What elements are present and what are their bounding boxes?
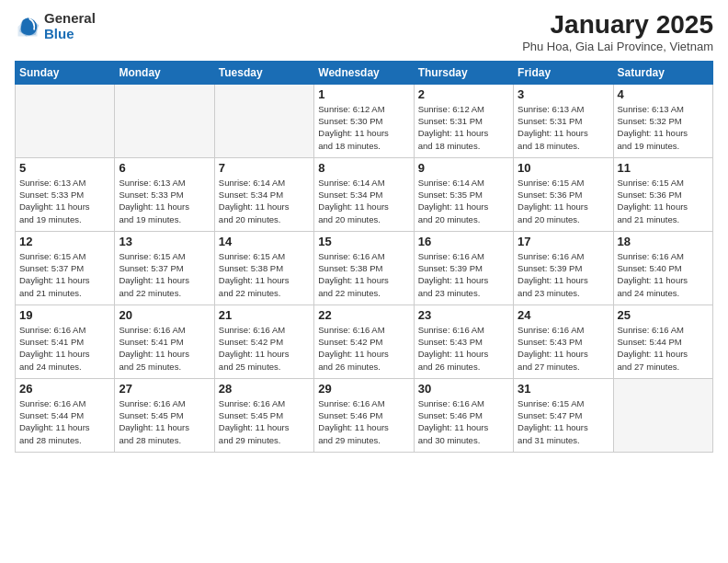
logo-blue: Blue bbox=[44, 27, 96, 42]
day-info: Sunrise: 6:13 AM Sunset: 5:32 PM Dayligh… bbox=[618, 103, 709, 152]
weekday-header-row: SundayMondayTuesdayWednesdayThursdayFrid… bbox=[16, 61, 713, 84]
day-number: 7 bbox=[219, 161, 310, 175]
day-number: 17 bbox=[518, 235, 609, 248]
day-number: 1 bbox=[318, 87, 409, 101]
day-info: Sunrise: 6:15 AM Sunset: 5:38 PM Dayligh… bbox=[219, 250, 310, 299]
weekday-header-friday: Friday bbox=[514, 61, 613, 84]
empty-cell bbox=[613, 378, 712, 452]
title-block: January 2025 Phu Hoa, Gia Lai Province, … bbox=[522, 11, 713, 53]
calendar-table: SundayMondayTuesdayWednesdayThursdayFrid… bbox=[15, 61, 713, 453]
day-cell-9: 9Sunrise: 6:14 AM Sunset: 5:35 PM Daylig… bbox=[414, 157, 513, 231]
day-number: 11 bbox=[618, 161, 709, 175]
day-info: Sunrise: 6:16 AM Sunset: 5:43 PM Dayligh… bbox=[418, 324, 509, 373]
day-cell-8: 8Sunrise: 6:14 AM Sunset: 5:34 PM Daylig… bbox=[314, 157, 414, 231]
calendar-body: 1Sunrise: 6:12 AM Sunset: 5:30 PM Daylig… bbox=[16, 84, 713, 452]
day-cell-4: 4Sunrise: 6:13 AM Sunset: 5:32 PM Daylig… bbox=[613, 84, 712, 157]
day-number: 18 bbox=[618, 235, 709, 248]
day-info: Sunrise: 6:16 AM Sunset: 5:40 PM Dayligh… bbox=[618, 250, 709, 299]
day-number: 24 bbox=[518, 308, 609, 322]
day-cell-26: 26Sunrise: 6:16 AM Sunset: 5:44 PM Dayli… bbox=[16, 378, 115, 452]
day-info: Sunrise: 6:13 AM Sunset: 5:33 PM Dayligh… bbox=[19, 177, 110, 225]
weekday-header-thursday: Thursday bbox=[414, 61, 513, 84]
day-info: Sunrise: 6:15 AM Sunset: 5:36 PM Dayligh… bbox=[618, 177, 709, 225]
day-cell-31: 31Sunrise: 6:15 AM Sunset: 5:47 PM Dayli… bbox=[514, 378, 613, 452]
day-number: 21 bbox=[219, 308, 310, 322]
day-info: Sunrise: 6:16 AM Sunset: 5:44 PM Dayligh… bbox=[19, 397, 110, 446]
day-info: Sunrise: 6:15 AM Sunset: 5:36 PM Dayligh… bbox=[518, 177, 609, 225]
day-info: Sunrise: 6:15 AM Sunset: 5:37 PM Dayligh… bbox=[19, 250, 110, 299]
day-cell-20: 20Sunrise: 6:16 AM Sunset: 5:41 PM Dayli… bbox=[115, 304, 214, 378]
day-cell-16: 16Sunrise: 6:16 AM Sunset: 5:39 PM Dayli… bbox=[414, 231, 513, 304]
day-number: 19 bbox=[19, 308, 110, 322]
day-number: 20 bbox=[119, 308, 210, 322]
day-info: Sunrise: 6:14 AM Sunset: 5:34 PM Dayligh… bbox=[219, 177, 310, 225]
day-cell-11: 11Sunrise: 6:15 AM Sunset: 5:36 PM Dayli… bbox=[613, 157, 712, 231]
day-number: 3 bbox=[518, 87, 609, 101]
day-cell-23: 23Sunrise: 6:16 AM Sunset: 5:43 PM Dayli… bbox=[414, 304, 513, 378]
weekday-header-saturday: Saturday bbox=[613, 61, 712, 84]
logo-icon bbox=[15, 14, 40, 40]
month-title: January 2025 bbox=[522, 11, 713, 40]
day-info: Sunrise: 6:16 AM Sunset: 5:39 PM Dayligh… bbox=[518, 250, 609, 299]
day-cell-25: 25Sunrise: 6:16 AM Sunset: 5:44 PM Dayli… bbox=[613, 304, 712, 378]
day-number: 10 bbox=[518, 161, 609, 175]
day-cell-22: 22Sunrise: 6:16 AM Sunset: 5:42 PM Dayli… bbox=[314, 304, 414, 378]
day-cell-3: 3Sunrise: 6:13 AM Sunset: 5:31 PM Daylig… bbox=[514, 84, 613, 157]
calendar-page: General Blue January 2025 Phu Hoa, Gia L… bbox=[0, 0, 728, 563]
day-number: 5 bbox=[19, 161, 110, 175]
day-cell-5: 5Sunrise: 6:13 AM Sunset: 5:33 PM Daylig… bbox=[16, 157, 115, 231]
day-number: 4 bbox=[618, 87, 709, 101]
day-info: Sunrise: 6:14 AM Sunset: 5:35 PM Dayligh… bbox=[418, 177, 509, 225]
day-cell-28: 28Sunrise: 6:16 AM Sunset: 5:45 PM Dayli… bbox=[214, 378, 313, 452]
day-cell-19: 19Sunrise: 6:16 AM Sunset: 5:41 PM Dayli… bbox=[16, 304, 115, 378]
day-number: 26 bbox=[19, 382, 110, 396]
day-info: Sunrise: 6:12 AM Sunset: 5:30 PM Dayligh… bbox=[318, 103, 409, 152]
day-cell-10: 10Sunrise: 6:15 AM Sunset: 5:36 PM Dayli… bbox=[514, 157, 613, 231]
empty-cell bbox=[16, 84, 115, 157]
week-row-1: 1Sunrise: 6:12 AM Sunset: 5:30 PM Daylig… bbox=[16, 84, 713, 157]
day-cell-18: 18Sunrise: 6:16 AM Sunset: 5:40 PM Dayli… bbox=[613, 231, 712, 304]
day-cell-1: 1Sunrise: 6:12 AM Sunset: 5:30 PM Daylig… bbox=[314, 84, 414, 157]
day-number: 6 bbox=[119, 161, 210, 175]
empty-cell bbox=[214, 84, 313, 157]
day-cell-13: 13Sunrise: 6:15 AM Sunset: 5:37 PM Dayli… bbox=[115, 231, 214, 304]
day-info: Sunrise: 6:16 AM Sunset: 5:42 PM Dayligh… bbox=[219, 324, 310, 373]
location-subtitle: Phu Hoa, Gia Lai Province, Vietnam bbox=[522, 40, 713, 53]
day-info: Sunrise: 6:16 AM Sunset: 5:45 PM Dayligh… bbox=[219, 397, 310, 446]
day-cell-15: 15Sunrise: 6:16 AM Sunset: 5:38 PM Dayli… bbox=[314, 231, 414, 304]
calendar-header: SundayMondayTuesdayWednesdayThursdayFrid… bbox=[16, 61, 713, 84]
day-cell-6: 6Sunrise: 6:13 AM Sunset: 5:33 PM Daylig… bbox=[115, 157, 214, 231]
day-info: Sunrise: 6:16 AM Sunset: 5:46 PM Dayligh… bbox=[418, 397, 509, 446]
day-cell-12: 12Sunrise: 6:15 AM Sunset: 5:37 PM Dayli… bbox=[16, 231, 115, 304]
day-info: Sunrise: 6:16 AM Sunset: 5:42 PM Dayligh… bbox=[318, 324, 409, 373]
day-cell-24: 24Sunrise: 6:16 AM Sunset: 5:43 PM Dayli… bbox=[514, 304, 613, 378]
logo-general: General bbox=[44, 11, 96, 27]
weekday-header-sunday: Sunday bbox=[16, 61, 115, 84]
day-cell-27: 27Sunrise: 6:16 AM Sunset: 5:45 PM Dayli… bbox=[115, 378, 214, 452]
day-info: Sunrise: 6:15 AM Sunset: 5:47 PM Dayligh… bbox=[518, 397, 609, 446]
day-cell-2: 2Sunrise: 6:12 AM Sunset: 5:31 PM Daylig… bbox=[414, 84, 513, 157]
day-number: 9 bbox=[418, 161, 509, 175]
day-info: Sunrise: 6:16 AM Sunset: 5:46 PM Dayligh… bbox=[318, 397, 409, 446]
day-number: 25 bbox=[618, 308, 709, 322]
day-number: 29 bbox=[318, 382, 409, 396]
day-number: 30 bbox=[418, 382, 509, 396]
day-cell-29: 29Sunrise: 6:16 AM Sunset: 5:46 PM Dayli… bbox=[314, 378, 414, 452]
day-number: 13 bbox=[119, 235, 210, 248]
day-info: Sunrise: 6:14 AM Sunset: 5:34 PM Dayligh… bbox=[318, 177, 409, 225]
day-info: Sunrise: 6:16 AM Sunset: 5:44 PM Dayligh… bbox=[618, 324, 709, 373]
day-number: 8 bbox=[318, 161, 409, 175]
day-cell-17: 17Sunrise: 6:16 AM Sunset: 5:39 PM Dayli… bbox=[514, 231, 613, 304]
week-row-3: 12Sunrise: 6:15 AM Sunset: 5:37 PM Dayli… bbox=[16, 231, 713, 304]
empty-cell bbox=[115, 84, 214, 157]
logo-text: General Blue bbox=[44, 11, 96, 41]
day-cell-7: 7Sunrise: 6:14 AM Sunset: 5:34 PM Daylig… bbox=[214, 157, 313, 231]
day-info: Sunrise: 6:15 AM Sunset: 5:37 PM Dayligh… bbox=[119, 250, 210, 299]
day-cell-30: 30Sunrise: 6:16 AM Sunset: 5:46 PM Dayli… bbox=[414, 378, 513, 452]
day-info: Sunrise: 6:16 AM Sunset: 5:41 PM Dayligh… bbox=[119, 324, 210, 373]
day-number: 27 bbox=[119, 382, 210, 396]
logo: General Blue bbox=[15, 11, 96, 41]
day-number: 12 bbox=[19, 235, 110, 248]
day-info: Sunrise: 6:16 AM Sunset: 5:38 PM Dayligh… bbox=[318, 250, 409, 299]
day-number: 2 bbox=[418, 87, 509, 101]
